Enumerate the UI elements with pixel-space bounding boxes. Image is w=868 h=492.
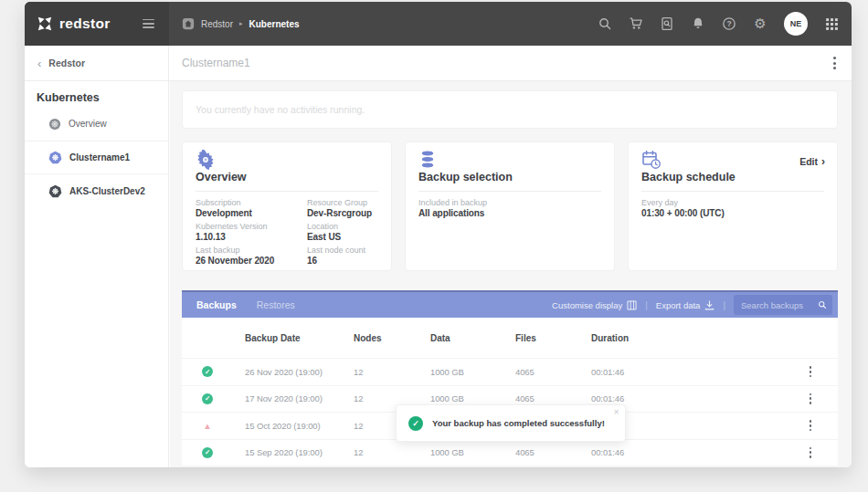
overview-gear-icon <box>196 150 378 170</box>
toast-message: Your backup has completed successfully! <box>432 418 605 428</box>
breadcrumb-root[interactable]: Redstor <box>201 19 233 29</box>
customise-display-button[interactable]: Customise display <box>552 300 637 310</box>
edit-label: Edit <box>799 156 818 167</box>
table-row[interactable]: 26 Nov 2020 (19:00) 12 1000 GB 4065 00:0… <box>182 358 838 385</box>
status-icon <box>202 420 213 431</box>
cell-nodes: 12 <box>354 393 430 403</box>
cell-files: 4065 <box>515 367 591 377</box>
app-window: redstor Redstor ▸ Kubernetes <box>25 2 852 467</box>
column-header: Backup Date <box>245 333 354 343</box>
status-icon <box>202 447 213 458</box>
notifications-bell-icon[interactable] <box>691 16 705 31</box>
column-header: Nodes <box>354 333 430 343</box>
overview-card: Overview SubscriptionDevelopment Resourc… <box>182 141 392 271</box>
field-label: Last node count <box>307 246 378 256</box>
cell-duration: 00:01:46 <box>591 367 783 377</box>
export-data-button[interactable]: Export data <box>656 300 715 310</box>
field-value: East US <box>307 232 378 243</box>
backup-schedule-card: Edit › Backup schedule Every day01:30 + … <box>628 141 838 271</box>
summary-cards: Overview SubscriptionDevelopment Resourc… <box>182 141 838 271</box>
calendar-clock-icon <box>641 150 824 170</box>
field-label: Location <box>307 222 378 232</box>
home-icon[interactable] <box>182 17 195 30</box>
edit-schedule-button[interactable]: Edit › <box>799 155 825 168</box>
status-icon <box>202 366 213 377</box>
tab-backups[interactable]: Backups <box>196 299 237 310</box>
sidebar-item-label: Clustername1 <box>69 152 130 162</box>
sidebar-item-clustername1[interactable]: Clustername1 <box>25 141 168 174</box>
back-arrow-icon: ‹ <box>37 58 41 69</box>
cell-data: 1000 GB <box>430 367 515 377</box>
breadcrumb-current: Kubernetes <box>249 19 300 29</box>
cell-backup-date: 15 Sep 2020 (19:00) <box>245 447 354 457</box>
sidebar: Kubernetes Overview Clustername1 AKS-Clu… <box>25 81 169 467</box>
topbar: redstor Redstor ▸ Kubernetes <box>25 2 852 46</box>
back-label: Redstor <box>48 58 85 68</box>
row-menu-kebab-icon[interactable] <box>807 445 815 461</box>
cell-nodes: 12 <box>354 367 430 377</box>
card-title: Backup selection <box>418 170 601 184</box>
sidebar-heading: Kubernetes <box>25 81 168 107</box>
logo-text: redstor <box>59 16 111 32</box>
download-icon <box>704 300 715 310</box>
sidebar-item-label: AKS-ClusterDev2 <box>69 186 145 196</box>
sidebar-item-overview[interactable]: Overview <box>25 107 168 141</box>
field-label: Last backup <box>196 246 307 256</box>
kubernetes-cluster-icon <box>48 184 62 198</box>
search-icon[interactable] <box>598 16 612 31</box>
page-menu-kebab-icon[interactable] <box>831 54 839 72</box>
cell-backup-date: 26 Nov 2020 (19:00) <box>245 367 354 377</box>
success-check-icon: ✓ <box>408 416 423 431</box>
topbar-logo-area: redstor <box>25 2 169 46</box>
topbar-actions: ? ⚙ NE <box>598 12 852 36</box>
table-row[interactable]: 15 Sep 2020 (19:00) 12 1000 GB 4065 00:0… <box>182 439 838 466</box>
search-icon <box>818 300 827 309</box>
export-data-label: Export data <box>656 300 701 310</box>
row-menu-kebab-icon[interactable] <box>807 417 815 434</box>
svg-text:?: ? <box>726 19 731 28</box>
breadcrumb: Redstor ▸ Kubernetes <box>182 17 300 30</box>
field-value: 16 <box>307 256 378 267</box>
cell-backup-date: 17 Nov 2020 (19:00) <box>245 393 354 403</box>
menu-toggle-icon[interactable] <box>143 19 154 31</box>
back-button[interactable]: ‹ Redstor <box>25 46 169 80</box>
separator: | <box>723 300 725 310</box>
card-title: Backup schedule <box>641 170 824 184</box>
toast-notification: ✓ Your backup has completed successfully… <box>396 404 626 442</box>
overview-wheel-icon <box>48 118 61 131</box>
kubernetes-cluster-icon <box>48 151 62 164</box>
settings-gear-icon[interactable]: ⚙ <box>753 16 767 31</box>
sidebar-item-aks-clusterdev2[interactable]: AKS-ClusterDev2 <box>25 174 168 208</box>
table-header-row: Backup Date Nodes Data Files Duration <box>182 318 838 358</box>
columns-icon <box>627 300 637 310</box>
column-header: Duration <box>591 333 783 343</box>
cell-nodes: 12 <box>354 447 430 457</box>
search-backups-input[interactable] <box>741 300 818 310</box>
cell-data: 1000 GB <box>430 393 515 403</box>
help-icon[interactable]: ? <box>722 16 736 31</box>
backups-table: Backup Date Nodes Data Files Duration 26… <box>182 318 838 466</box>
column-header: Data <box>430 333 515 343</box>
report-search-icon[interactable] <box>660 16 674 31</box>
field-label: Kubernetes Version <box>196 222 307 232</box>
search-backups-box[interactable] <box>734 295 832 315</box>
database-icon <box>418 150 601 170</box>
field-label: Resource Group <box>307 198 378 208</box>
cart-icon[interactable] <box>629 16 643 31</box>
field-value: 1.10.13 <box>196 232 307 243</box>
field-label: Subscription <box>196 198 307 208</box>
row-menu-kebab-icon[interactable] <box>807 391 815 407</box>
apps-grid-icon[interactable] <box>824 16 839 31</box>
tab-restores[interactable]: Restores <box>257 299 295 310</box>
activities-message: You currently have no activities running… <box>196 104 365 115</box>
row-menu-kebab-icon[interactable] <box>807 363 815 380</box>
status-icon <box>202 393 213 404</box>
card-title: Overview <box>196 170 378 184</box>
subheader: ‹ Redstor Clustername1 <box>25 46 852 81</box>
customise-display-label: Customise display <box>552 300 622 310</box>
backup-selection-card: Backup selection Included in backupAll a… <box>405 141 615 271</box>
avatar[interactable]: NE <box>784 12 808 36</box>
table-toolbar: Backups Restores Customise display | Exp… <box>182 290 838 318</box>
toast-close-icon[interactable]: ✕ <box>613 408 619 416</box>
sidebar-item-label: Overview <box>69 119 107 129</box>
